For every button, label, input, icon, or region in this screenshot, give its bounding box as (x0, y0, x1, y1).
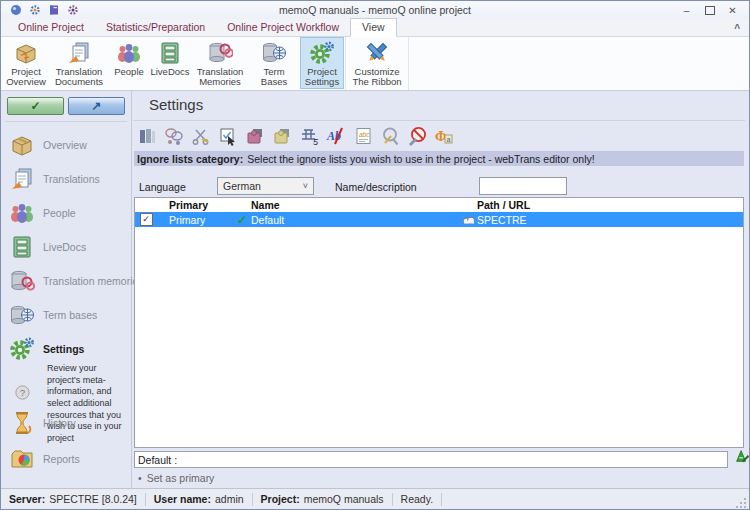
sidebar-item-term-bases[interactable]: Term bases (9, 301, 97, 329)
ribbon-tab-row: Online Project Statistics/Preparation On… (1, 19, 749, 37)
project-settings-icon (309, 40, 335, 66)
checkbox-pointer-icon[interactable] (217, 125, 239, 147)
category-banner: Ignore lists category: Select the ignore… (134, 151, 744, 166)
resize-grip[interactable] (735, 497, 747, 509)
minimize-button[interactable]: – (675, 3, 698, 18)
description-editor[interactable]: Default : (134, 451, 728, 468)
ribbon-group-project-home: Project Overview Translation Documents P… (3, 37, 346, 90)
spellcheck-icon[interactable]: Ab (325, 125, 347, 147)
row-name-cell: Default (251, 214, 459, 226)
settings-pane: Settings 5 Ab abc Φa Ignore lists catego… (133, 91, 749, 488)
column-header-name[interactable]: Name (251, 199, 459, 211)
term-bases-icon (261, 40, 287, 66)
filter-row: Language German ˅ Name/description (133, 177, 749, 197)
edit-a-pen-icon[interactable] (734, 448, 750, 464)
book-icon[interactable] (48, 4, 60, 16)
window-controls: – ✕ (675, 3, 749, 18)
ribbon-group-ribbon: Customize The Ribbon Ribbon (346, 37, 409, 90)
close-button[interactable]: ✕ (721, 3, 744, 18)
sidebar-item-settings[interactable]: Settings (9, 335, 84, 363)
help-icon[interactable]: ? (15, 385, 30, 400)
people-button[interactable]: People (110, 37, 148, 89)
table-header-row: Primary Name Path / URL (135, 198, 743, 212)
puzzle-light-icon[interactable] (271, 125, 293, 147)
heading-divider (133, 120, 745, 121)
refresh-button[interactable]: ↗ (68, 97, 125, 115)
svg-text:a: a (447, 136, 451, 143)
sidebar-item-people[interactable]: People (9, 199, 76, 227)
customize-ribbon-icon (364, 40, 390, 66)
customize-ribbon-button[interactable]: Customize The Ribbon (347, 37, 407, 89)
language-label: Language (139, 181, 186, 193)
collapse-ribbon-icon[interactable]: ^ (734, 23, 740, 34)
history-hourglass-icon (9, 410, 35, 436)
row-path-cell: SPECTRE (477, 214, 743, 226)
name-description-label: Name/description (335, 181, 417, 193)
title-bar: memoQ manuals - memoQ online project – ✕ (1, 1, 749, 19)
translation-documents-icon (66, 40, 92, 66)
status-user: User name: admin (146, 493, 253, 506)
puzzle-dark-icon[interactable] (244, 125, 266, 147)
gear-purple-icon[interactable] (67, 4, 79, 16)
books-icon[interactable] (136, 125, 158, 147)
maximize-icon (705, 6, 715, 15)
confirm-button[interactable]: ✓ (7, 97, 64, 115)
main-area: ✓ ↗ Overview Translations People LiveDoc… (1, 91, 749, 488)
tab-statistics-preparation[interactable]: Statistics/Preparation (95, 19, 216, 36)
cloud-icon (459, 215, 477, 225)
svg-text:?: ? (20, 388, 25, 398)
magnifier-icon[interactable] (379, 125, 401, 147)
sidebar-item-reports[interactable]: Reports (9, 445, 80, 473)
table-row[interactable]: ✓ Primary ✓ Default SPECTRE (135, 212, 743, 227)
redo-arrow-icon: ↗ (91, 99, 101, 113)
translation-documents-button[interactable]: Translation Documents (48, 37, 110, 89)
language-dropdown-value: German (223, 180, 261, 192)
sidebar-item-history[interactable]: History (9, 409, 76, 437)
font-phi-icon[interactable]: Φa (433, 125, 455, 147)
gear-blue-icon[interactable] (29, 4, 41, 16)
translations-icon (9, 166, 35, 192)
column-header-primary[interactable]: Primary (169, 199, 233, 211)
quick-access-toolbar (1, 4, 79, 16)
term-bases-button[interactable]: Term Bases (248, 37, 300, 89)
tab-view[interactable]: View (350, 18, 397, 37)
translation-memories-icon (9, 268, 35, 294)
project-settings-button[interactable]: Project Settings (300, 37, 344, 89)
check-icon: ✓ (30, 99, 40, 113)
set-as-primary-link[interactable]: Set as primary (147, 472, 215, 484)
sidebar-item-overview[interactable]: Overview (9, 131, 87, 159)
column-header-path-url[interactable]: Path / URL (477, 199, 743, 211)
memoq-logo-icon[interactable] (10, 4, 22, 16)
scissors-icon[interactable] (190, 125, 212, 147)
maximize-button[interactable] (698, 3, 721, 18)
category-banner-title: Ignore lists category: (137, 153, 243, 165)
sidebar-item-translation-memories[interactable]: Translation memories (9, 267, 144, 295)
overview-box-icon (9, 132, 35, 158)
tab-online-project[interactable]: Online Project (7, 19, 95, 36)
status-project: Project: memoQ manuals (253, 493, 393, 506)
document-abc-icon[interactable]: abc (352, 125, 374, 147)
translation-memories-icon (207, 40, 233, 66)
sidebar-item-translations[interactable]: Translations (9, 165, 100, 193)
number-five-icon[interactable]: 5 (298, 125, 320, 147)
translation-memories-button[interactable]: Translation Memories (192, 37, 248, 89)
chat-people-icon[interactable] (163, 125, 185, 147)
no-entry-pen-icon[interactable] (406, 125, 428, 147)
memoq-window: memoQ manuals - memoQ online project – ✕… (0, 0, 750, 510)
people-icon (116, 40, 142, 66)
project-overview-button[interactable]: Project Overview (4, 37, 48, 89)
settings-category-toolbar: 5 Ab abc Φa (136, 125, 455, 147)
sidebar-divider (5, 121, 127, 122)
primary-check-icon: ✓ (233, 213, 251, 227)
sidebar: ✓ ↗ Overview Translations People LiveDoc… (1, 91, 132, 488)
status-server: Server: SPECTRE [8.0.24] (1, 493, 146, 506)
row-checkbox[interactable]: ✓ (140, 213, 153, 226)
name-description-input[interactable] (479, 177, 567, 195)
language-dropdown[interactable]: German ˅ (217, 177, 314, 195)
tab-online-project-workflow[interactable]: Online Project Workflow (216, 19, 350, 36)
bullet-icon: • (138, 472, 142, 484)
row-primary-cell: Primary (169, 214, 233, 226)
sidebar-item-livedocs[interactable]: LiveDocs (9, 233, 86, 261)
people-icon (9, 200, 35, 226)
livedocs-button[interactable]: LiveDocs (148, 37, 192, 89)
